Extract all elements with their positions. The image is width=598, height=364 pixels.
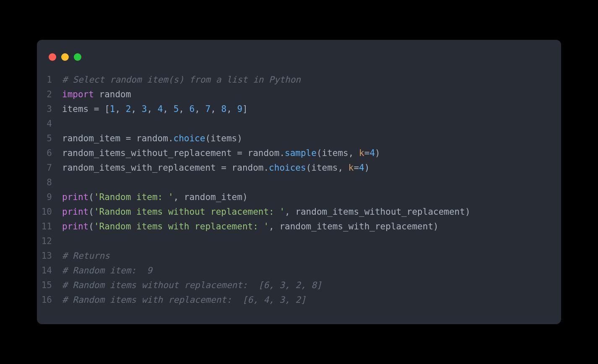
line-number: 7: [37, 161, 62, 175]
code-line[interactable]: 8: [37, 175, 561, 190]
token-plain: [94, 89, 99, 99]
token-comment: # Select random item(s) from a list in P…: [62, 75, 301, 85]
token-plain: ]: [242, 104, 248, 114]
token-num: 5: [174, 104, 179, 114]
line-content: random_item = random.choice(items): [62, 131, 242, 146]
token-comment: # Random items with replacement: [6, 4, …: [62, 295, 306, 305]
token-plain: random.: [226, 163, 269, 173]
token-plain: (items,: [306, 163, 348, 173]
token-func: choices: [269, 163, 306, 173]
code-line[interactable]: 4: [37, 117, 561, 131]
code-editor[interactable]: 1# Select random item(s) from a list in …: [37, 73, 561, 307]
token-num: 3: [142, 104, 147, 114]
line-number: 15: [37, 278, 62, 293]
token-punct: ,: [179, 104, 189, 114]
window-titlebar: [37, 50, 561, 73]
line-content: print('Random item: ', random_item): [62, 190, 248, 205]
token-builtin: print: [62, 192, 88, 202]
code-line[interactable]: 12: [37, 234, 561, 249]
token-builtin: print: [62, 207, 88, 217]
line-content: # Select random item(s) from a list in P…: [62, 73, 301, 87]
code-line[interactable]: 14# Random item: 9: [37, 263, 561, 278]
zoom-icon[interactable]: [74, 53, 81, 61]
token-plain: (: [88, 207, 94, 217]
minimize-icon[interactable]: [61, 53, 69, 61]
line-number: 3: [37, 102, 62, 117]
code-line[interactable]: 3items = [1, 2, 3, 4, 5, 6, 7, 8, 9]: [37, 102, 561, 117]
line-number: 5: [37, 131, 62, 146]
line-content: # Random items without replacement: [6, …: [62, 278, 322, 293]
line-number: 1: [37, 73, 62, 87]
token-plain: (items,: [317, 148, 359, 158]
token-punct: ,: [115, 104, 125, 114]
token-func: choice: [174, 133, 205, 143]
token-plain: items: [62, 104, 94, 114]
line-number: 14: [37, 263, 62, 278]
token-num: 6: [190, 104, 195, 114]
line-content: # Random item: 9: [62, 263, 152, 278]
line-content: items = [1, 2, 3, 4, 5, 6, 7, 8, 9]: [62, 102, 248, 117]
token-comment: # Random items without replacement: [6, …: [62, 280, 322, 290]
code-line[interactable]: 16# Random items with replacement: [6, 4…: [37, 293, 561, 307]
line-number: 6: [37, 146, 62, 161]
token-punct: ,: [226, 104, 237, 114]
token-plain: ): [364, 163, 370, 173]
line-number: 8: [37, 175, 62, 190]
line-content: random_items_with_replacement = random.c…: [62, 161, 369, 175]
token-str: 'Random item: ': [94, 192, 174, 202]
code-line[interactable]: 15# Random items without replacement: [6…: [37, 278, 561, 293]
token-plain: random_items_with_replacement: [62, 163, 221, 173]
token-num: 4: [369, 148, 375, 158]
code-line[interactable]: 9print('Random item: ', random_item): [37, 190, 561, 205]
token-op: =: [354, 163, 359, 173]
line-content: # Random items with replacement: [6, 4, …: [62, 293, 306, 307]
token-plain: , random_items_without_replacement): [285, 207, 471, 217]
token-plain: , random_item): [174, 192, 248, 202]
close-icon[interactable]: [49, 53, 56, 61]
code-line[interactable]: 7random_items_with_replacement = random.…: [37, 161, 561, 175]
token-module: random: [99, 89, 131, 99]
line-number: 4: [37, 117, 62, 131]
token-punct: ,: [195, 104, 205, 114]
token-plain: ): [375, 148, 380, 158]
code-line[interactable]: 11print('Random items with replacement: …: [37, 219, 561, 234]
token-num: 4: [359, 163, 364, 173]
code-line[interactable]: 10print('Random items without replacemen…: [37, 205, 561, 219]
token-plain: random_items_without_replacement: [62, 148, 237, 158]
line-number: 11: [37, 219, 62, 234]
line-content: import random: [62, 87, 131, 102]
line-number: 16: [37, 293, 62, 307]
token-kwarg: k: [359, 148, 364, 158]
token-plain: (: [88, 221, 94, 231]
code-line[interactable]: 1# Select random item(s) from a list in …: [37, 73, 561, 87]
token-punct: ,: [131, 104, 141, 114]
code-line[interactable]: 6random_items_without_replacement = rand…: [37, 146, 561, 161]
line-number: 9: [37, 190, 62, 205]
token-keyword: import: [62, 89, 94, 99]
token-plain: random.: [242, 148, 285, 158]
token-builtin: print: [62, 221, 88, 231]
token-punct: ,: [163, 104, 173, 114]
token-num: 4: [158, 104, 163, 114]
token-plain: (: [88, 192, 94, 202]
line-number: 13: [37, 249, 62, 263]
line-content: print('Random items without replacement:…: [62, 205, 471, 219]
token-str: 'Random items without replacement: ': [94, 207, 285, 217]
token-num: 1: [110, 104, 115, 114]
token-plain: (items): [205, 133, 242, 143]
token-num: 8: [221, 104, 226, 114]
code-line[interactable]: 2import random: [37, 87, 561, 102]
line-number: 2: [37, 87, 62, 102]
code-window: 1# Select random item(s) from a list in …: [37, 40, 561, 324]
code-line[interactable]: 5random_item = random.choice(items): [37, 131, 561, 146]
code-line[interactable]: 13# Returns: [37, 249, 561, 263]
token-kwarg: k: [348, 163, 354, 173]
token-op: =: [237, 148, 242, 158]
token-comment: # Returns: [62, 251, 110, 261]
token-plain: random.: [131, 133, 173, 143]
token-num: 7: [205, 104, 211, 114]
token-num: 2: [126, 104, 131, 114]
line-number: 10: [37, 205, 62, 219]
token-op: =: [364, 148, 370, 158]
token-punct: ,: [211, 104, 221, 114]
